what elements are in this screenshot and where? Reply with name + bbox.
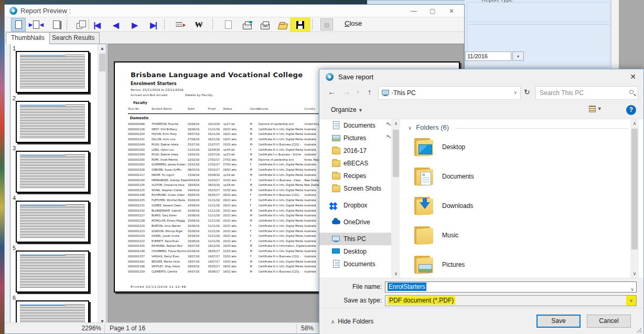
cancel-button[interactable]: Cancel: [587, 315, 631, 328]
save-report-dialog: Save report ✕ ← → ∨ ↑ › This PC ∨ ↻ Sear…: [319, 69, 644, 334]
scroll-down-icon[interactable]: ∨: [392, 269, 400, 278]
printer-setup-button[interactable]: [240, 18, 254, 32]
folder-item[interactable]: Downloads: [413, 195, 560, 220]
folder-item[interactable]: Documents: [413, 165, 560, 191]
last-page-button[interactable]: ▶: [146, 18, 161, 32]
date-dropdown-button[interactable]: ▾: [512, 51, 524, 61]
save-as-type-select[interactable]: PDF document (*.PDF) ∨: [385, 295, 637, 306]
hide-folders-button[interactable]: ∧Hide Folders: [331, 318, 373, 325]
find-text-icon: ₩: [195, 20, 203, 29]
nav-pane-item[interactable]: Dropbox: [319, 199, 398, 212]
multi-page-icon: [77, 23, 82, 29]
save-button[interactable]: Save: [536, 315, 581, 328]
folder-view-scrollbar[interactable]: ∧ ∨: [630, 119, 639, 278]
nav-pane-item[interactable]: 2016-17: [319, 144, 398, 157]
nav-pane-item[interactable]: Screen Shots: [319, 182, 398, 195]
thumbnail-page: [16, 51, 89, 93]
scrollbar-thumb[interactable]: [99, 54, 105, 71]
nav-pane-item-icon: [332, 236, 340, 241]
nav-pane-item-label: 2016-17: [344, 147, 367, 154]
folder-item[interactable]: Music: [413, 224, 560, 249]
dialog-close-button[interactable]: ✕: [627, 71, 639, 82]
nav-pane-item[interactable]: Documents: [319, 119, 398, 132]
file-name-value: EnrolStarters: [388, 283, 426, 291]
folder-item[interactable]: Desktop: [413, 136, 560, 161]
thumbnail-scrollbar[interactable]: ▲ ▼: [98, 44, 106, 326]
scroll-up-icon[interactable]: ▲: [98, 44, 106, 53]
nav-pane-item[interactable]: Documents: [319, 258, 398, 270]
maximize-button[interactable]: ▢: [424, 6, 441, 16]
help-button[interactable]: ?: [626, 105, 636, 115]
nav-pane-item[interactable]: eBECAS: [319, 157, 398, 170]
thumbnail-item[interactable]: 1: [12, 45, 96, 95]
open-report-button[interactable]: [275, 18, 290, 32]
folders-group-header[interactable]: ∨Folders (6): [408, 123, 449, 131]
file-name-input[interactable]: EnrolStarters ∨: [385, 281, 637, 293]
file-name-dropdown-icon[interactable]: ∨: [630, 285, 634, 295]
date-field[interactable]: 11/2016: [465, 51, 511, 61]
resize-grip[interactable]: [637, 328, 642, 333]
first-page-button[interactable]: ◀: [90, 18, 104, 32]
nav-pane-item[interactable]: OneDrive: [319, 216, 398, 228]
nav-pane-item-icon: [332, 220, 340, 224]
next-page-button[interactable]: ▶: [127, 18, 142, 32]
address-dropdown-icon[interactable]: ∨: [513, 90, 517, 95]
file-name-label: File name:: [321, 283, 382, 290]
navigation-pane: Documents Pictures 2016-17 eB: [319, 119, 398, 278]
thumbnail-item[interactable]: 2: [12, 95, 96, 145]
history-dropdown-icon[interactable]: ∨: [356, 89, 360, 95]
page-width-button[interactable]: ▶◀: [29, 18, 44, 32]
background-panel: [467, 2, 610, 22]
dialog-app-icon: [326, 73, 334, 81]
report-details-by: Details by Faculty: [185, 93, 213, 97]
nav-pane-item-label: Dropbox: [344, 202, 367, 209]
scroll-up-icon[interactable]: ∧: [630, 119, 639, 128]
multi-page-button[interactable]: [71, 18, 85, 32]
nav-pane-scrollbar[interactable]: ∧ ∨: [391, 119, 400, 278]
report-period: Period: 22/11/2016 to 22/11/2016: [131, 88, 184, 91]
refresh-button[interactable]: ↻: [524, 88, 530, 96]
folder-name: Pictures: [442, 261, 465, 268]
new-page-icon: [225, 20, 232, 29]
minimize-button[interactable]: —: [405, 6, 422, 16]
organize-button[interactable]: Organize ▼: [331, 106, 363, 113]
thumbnail-item[interactable]: 3: [12, 145, 96, 195]
back-button[interactable]: ←: [328, 87, 336, 96]
whole-page-button[interactable]: [11, 18, 26, 32]
report-group-label: Faculty: [133, 101, 147, 105]
scrollbar-thumb[interactable]: [631, 129, 638, 249]
full-size-button[interactable]: [49, 18, 63, 32]
dialog-titlebar: Save report ✕: [319, 69, 643, 85]
scroll-up-icon[interactable]: ∧: [392, 119, 400, 128]
save-as-type-dropdown-icon[interactable]: ∨: [626, 296, 636, 306]
goto-page-button[interactable]: [171, 18, 186, 32]
view-options-button[interactable]: ▼: [589, 106, 607, 115]
forward-button[interactable]: →: [342, 87, 350, 96]
address-bar[interactable]: › This PC ∨: [378, 86, 521, 100]
scroll-down-icon[interactable]: ∨: [630, 269, 639, 278]
close-window-button[interactable]: ✕: [443, 6, 460, 16]
previous-page-button[interactable]: ◀: [109, 18, 123, 32]
nav-pane-item[interactable]: Recipes: [319, 170, 398, 182]
thumbnail-item[interactable]: 4: [12, 195, 96, 245]
save-report-button[interactable]: [293, 18, 307, 32]
print-button[interactable]: [257, 18, 272, 32]
thumbnail-item[interactable]: 6: [12, 295, 96, 326]
preview-tab[interactable]: Search Results: [47, 32, 100, 44]
address-crumb[interactable]: This PC: [393, 89, 416, 97]
thumbnail-item[interactable]: 5: [12, 245, 96, 295]
preview-tab[interactable]: ThumbNails: [6, 32, 50, 44]
search-box[interactable]: Search This PC: [535, 86, 638, 100]
printer-setup-icon: [243, 24, 252, 29]
nav-pane-item-label: This PC: [344, 235, 366, 243]
close-preview-button[interactable]: Close: [345, 19, 362, 27]
scrollbar-thumb[interactable]: [393, 130, 399, 177]
new-page-button[interactable]: [221, 18, 235, 32]
nav-pane-item[interactable]: This PC: [319, 233, 398, 245]
nav-pane-item[interactable]: Desktop: [319, 245, 398, 258]
up-button[interactable]: ↑: [368, 87, 372, 96]
find-text-button[interactable]: ₩: [191, 18, 206, 32]
nav-pane-item[interactable]: Pictures: [319, 132, 398, 144]
folder-icon: [413, 137, 434, 157]
folder-item[interactable]: Pictures: [413, 254, 560, 279]
